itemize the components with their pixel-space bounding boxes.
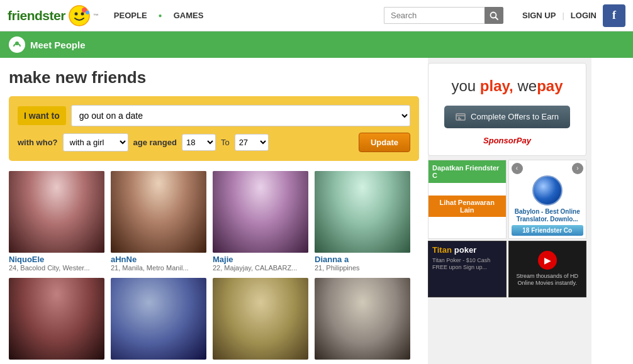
profile-card[interactable]: [111, 278, 206, 361]
titan-icon: Titan: [432, 245, 452, 255]
nav-games[interactable]: GAMES: [174, 11, 204, 20]
titan-poker-text: poker: [454, 245, 476, 255]
filter-row-1: I want to go out on a date make new frie…: [18, 105, 410, 126]
ad-tagline: you play, wepay: [439, 77, 576, 96]
auth-divider: |: [562, 11, 564, 20]
profile-card[interactable]: [213, 278, 308, 361]
profile-card[interactable]: Dianna a 21, Philippines: [315, 171, 410, 272]
profile-name: Majie: [213, 255, 308, 264]
profile-image: [9, 171, 104, 253]
lihat-link[interactable]: Lihat Penawaran Lain: [429, 196, 506, 217]
small-ads-grid: Dapatkan Friendster C Lihat Penawaran La…: [428, 160, 586, 297]
logo-text: friendster: [8, 8, 65, 23]
play-icon: ▶: [544, 255, 551, 265]
ad-play: play,: [476, 77, 513, 94]
dapatkan-ad: Dapatkan Friendster C Lihat Penawaran La…: [428, 160, 507, 239]
login-button[interactable]: LOGIN: [571, 11, 597, 20]
stream-play-button[interactable]: ▶: [538, 251, 557, 270]
ad-pay: pay: [537, 77, 563, 94]
profile-card[interactable]: NiquoEle 24, Bacolod City, Wester...: [9, 171, 104, 272]
profile-card[interactable]: [315, 278, 410, 361]
profile-info: 21, Philippines: [315, 264, 410, 272]
titan-logo: Titan poker: [432, 245, 502, 255]
earn-button-label: Complete Offers to Earn: [471, 112, 559, 121]
svg-point-4: [86, 11, 89, 14]
svg-point-2: [81, 12, 84, 15]
profile-image: [315, 278, 410, 360]
logo-icon: [68, 4, 91, 27]
update-button[interactable]: Update: [359, 133, 410, 152]
profile-image: [213, 171, 308, 253]
profile-card[interactable]: aHnNe 21, Manila, Metro Manil...: [111, 171, 206, 272]
profile-card[interactable]: Majie 22, Majayjay, CALABARZ...: [213, 171, 308, 272]
want-to-select[interactable]: go out on a date make new friends chat d…: [71, 105, 410, 126]
green-bar: Meet People: [0, 31, 633, 58]
search-area: [384, 7, 503, 24]
nav-people[interactable]: PEOPLE: [114, 11, 147, 20]
meet-people-icon-circle: [9, 36, 25, 53]
nav-dot: ●: [159, 12, 162, 19]
age-ranged-label: age ranged: [133, 138, 177, 147]
main-ad-box: you play, wepay Complete Offers to Earn …: [428, 63, 586, 156]
age-from-select[interactable]: 1819202122: [182, 134, 216, 151]
age-to-select[interactable]: 27282930: [235, 134, 269, 151]
svg-line-6: [495, 17, 498, 19]
main-layout: make new friends I want to go out on a d…: [0, 58, 633, 364]
ad-we: we: [513, 77, 537, 94]
logo: friendster ™: [8, 4, 99, 27]
filter-row-2: with who? with a girl with a boy with an…: [18, 133, 410, 152]
profile-name: Dianna a: [315, 255, 410, 264]
profile-image: [213, 278, 308, 360]
profile-name: NiquoEle: [9, 255, 104, 264]
sidebar: you play, wepay Complete Offers to Earn …: [428, 58, 591, 364]
green-bar-title: Meet People: [30, 40, 86, 50]
headphone-icon: [13, 40, 21, 49]
search-button[interactable]: [485, 7, 503, 24]
profile-name: aHnNe: [111, 255, 206, 264]
profile-card[interactable]: [9, 278, 104, 361]
nav-row: ‹ ›: [512, 163, 584, 174]
prev-ad-button[interactable]: ‹: [512, 163, 523, 174]
profile-info: 21, Manila, Metro Manil...: [111, 264, 206, 272]
svg-point-1: [74, 12, 77, 15]
filter-box: I want to go out on a date make new frie…: [9, 96, 419, 161]
profile-image: [111, 278, 206, 360]
search-icon: [490, 11, 498, 20]
babylon-globe-icon: [532, 175, 563, 206]
search-input[interactable]: [384, 7, 485, 24]
earn-button[interactable]: Complete Offers to Earn: [444, 106, 570, 128]
nav: PEOPLE ● GAMES: [114, 11, 203, 20]
dapatkan-label: Dapatkan Friendster C: [429, 160, 506, 183]
sponsor-pay-label: SponsorPay: [439, 136, 576, 145]
offers-icon: [456, 112, 466, 122]
titan-ad: Titan poker Titan Poker - $10 Cash FREE …: [428, 241, 507, 297]
babylon-title: Babylon - Best Online Translator. Downlo…: [512, 208, 584, 223]
next-ad-button[interactable]: ›: [572, 163, 583, 174]
profile-info: 24, Bacolod City, Wester...: [9, 264, 104, 272]
header: friendster ™ PEOPLE ● GAMES SIGN U: [0, 0, 633, 31]
stream-title: Stream thousands of HD Online Movies ins…: [513, 273, 583, 287]
profile-image: [315, 171, 410, 253]
profile-grid: NiquoEle 24, Bacolod City, Wester... aHn…: [9, 171, 419, 361]
with-who-label: with who?: [18, 138, 58, 147]
ad-you: you: [452, 77, 476, 94]
auth-area: SIGN UP | LOGIN f: [522, 4, 625, 27]
profile-image: [9, 278, 104, 360]
age-to-label: To: [221, 138, 230, 147]
stream-ad: ▶ Stream thousands of HD Online Movies i…: [508, 241, 587, 297]
with-who-select[interactable]: with a girl with a boy with anyone: [63, 133, 128, 152]
content-area: make new friends I want to go out on a d…: [0, 58, 428, 364]
page-title: make new friends: [9, 68, 419, 87]
profile-info: 22, Majayjay, CALABARZ...: [213, 264, 308, 272]
logo-tm: ™: [93, 13, 99, 19]
babylon-cta-button[interactable]: 18 Friendster Co: [512, 225, 584, 236]
babylon-ad: ‹ › Babylon - Best Online Translator. Do…: [508, 160, 587, 239]
facebook-button[interactable]: f: [603, 4, 625, 27]
i-want-to-label: I want to: [18, 106, 66, 125]
logo-mascot: [68, 4, 91, 27]
titan-subtitle: Titan Poker - $10 Cash FREE upon Sign up…: [432, 257, 502, 272]
profile-image: [111, 171, 206, 253]
signup-button[interactable]: SIGN UP: [522, 11, 556, 20]
